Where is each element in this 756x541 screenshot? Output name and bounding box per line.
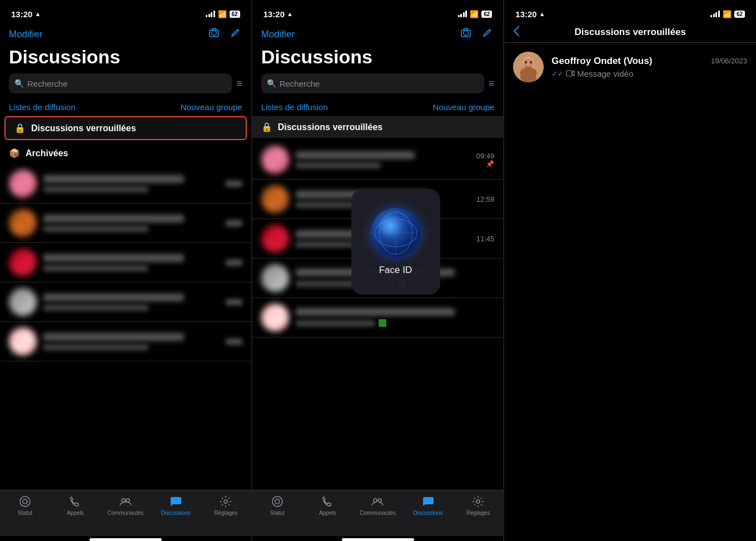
compose-button-1[interactable] [230,27,242,42]
chat-detail-3-1: Geoffroy Ondet (Vous) 19/06/2023 ✓✓ Mess… [551,56,747,78]
tab-label-discussions-1: Discussions [161,510,190,516]
panel-title-1: Discussions [0,46,251,73]
chat-item-2-5[interactable] [252,298,504,337]
panel-3: 13:20 ▲ 📶 62 Discussions verrouillées [504,0,756,541]
chat-time-1-4 [226,299,242,305]
location-arrow-2: ▲ [287,11,293,17]
archived-row-1[interactable]: 📦 Archivées [0,142,251,164]
tab-communautes-1[interactable]: Communautés [101,495,151,516]
chat-list-1 [0,164,251,490]
signal-bar-3 [211,12,212,17]
chat-item-1-2[interactable] [0,204,251,243]
links-row-1: Listes de diffusion Nouveau groupe [0,99,251,116]
new-group-button-1[interactable]: Nouveau groupe [181,102,242,112]
avatar-2-5 [261,304,289,331]
signal-bar-3-4 [718,11,720,17]
chat-item-1-1[interactable] [0,164,251,204]
face-id-sphere-svg [371,208,421,258]
chat-msg-2-5 [296,320,375,326]
time-label-2-3: 11:45 [472,235,494,243]
panel-header-2: Modifier [252,24,504,46]
locked-discussions-row-1[interactable]: 🔒 Discussions verrouillées [4,116,247,140]
right-panel-title: Discussions verrouillées [575,27,686,38]
chat-name-1-5 [43,333,184,341]
chat-msg-row-2-5 [296,319,495,327]
chat-time-1-1 [226,181,242,187]
avatar-2-2 [261,185,289,213]
tab-appels-1[interactable]: Appels [50,495,100,516]
chat-msg-1-5 [43,344,148,350]
signal-bar-4 [213,11,215,17]
tab-reglages-2[interactable]: Réglages [453,495,503,516]
double-check-icon: ✓✓ [551,70,564,78]
avatar-1-1 [9,170,37,197]
signal-bars-3 [710,11,720,17]
chat-name-1-2 [43,215,184,222]
new-group-button-2[interactable]: Nouveau groupe [432,102,494,112]
chat-time-1-3 [226,260,242,266]
tab-communautes-2[interactable]: Communautés [352,495,402,516]
chat-info-1-5 [43,333,219,350]
signal-bar-2-3 [463,12,465,17]
camera-button-1[interactable] [208,27,220,42]
panel-header-3: Discussions verrouillées [504,24,756,42]
location-arrow-3: ▲ [539,11,545,17]
links-row-2: Listes de diffusion Nouveau groupe [252,99,504,116]
edit-button-2[interactable]: Modifier [261,29,295,40]
search-bar-1[interactable]: 🔍 Recherche [9,73,232,93]
time-col-2-1: 09:49 📌 [472,152,494,168]
svg-point-2 [20,497,30,507]
locked-discussions-row-2[interactable]: 🔒 Discussions verrouillées [252,116,504,138]
header-icons-2 [460,27,494,42]
chat-item-1-4[interactable] [0,282,251,322]
svg-point-14 [275,499,280,504]
avatar-face-svg [513,52,544,82]
chat-name-1-4 [43,294,184,301]
broadcast-button-2[interactable]: Listes de diffusion [261,102,328,112]
search-bar-2[interactable]: 🔍 Recherche [261,73,484,93]
svg-point-21 [525,61,527,63]
svg-point-0 [211,31,216,36]
tab-appels-2[interactable]: Appels [302,495,352,516]
tab-statut-2[interactable]: Statut [252,495,302,516]
signal-bar-3-1 [710,15,712,17]
chat-item-3-1[interactable]: Geoffroy Ondet (Vous) 19/06/2023 ✓✓ Mess… [504,45,756,89]
broadcast-button-1[interactable]: Listes de diffusion [9,102,76,112]
tab-label-appels-1: Appels [67,510,84,516]
battery-badge-3: 62 [734,11,745,18]
svg-point-3 [23,499,27,504]
tab-discussions-1[interactable]: Discussions [151,495,201,516]
header-icons-1 [208,27,242,42]
divider-3 [504,42,756,43]
svg-rect-25 [566,71,572,76]
status-time-3: 13:20 [515,9,536,19]
chat-item-2-1[interactable]: 09:49 📌 [252,140,504,180]
filter-icon-1[interactable]: ≡ [236,78,242,90]
chat-name-3-1: Geoffroy Ondet (Vous) [551,56,652,67]
tab-statut-1[interactable]: Statut [0,495,50,516]
chat-name-row-3-1: Geoffroy Ondet (Vous) 19/06/2023 [551,56,747,67]
signal-bar-3-3 [715,12,717,17]
wifi-icon-2: 📶 [470,10,479,18]
avatar-2-1 [261,146,289,173]
signal-bars-2 [458,11,467,17]
back-button-3[interactable] [513,26,520,39]
tab-discussions-2[interactable]: Discussions [403,495,453,516]
avatar-1-4 [9,288,37,316]
chat-item-1-3[interactable] [0,243,251,282]
filter-icon-2[interactable]: ≡ [489,78,495,90]
chat-info-2-1 [296,151,466,168]
camera-button-2[interactable] [460,27,472,42]
edit-button-1[interactable]: Modifier [9,29,42,40]
svg-point-7 [464,31,469,36]
chat-preview-3-1: ✓✓ Message vidéo [551,69,747,78]
chat-item-1-5[interactable] [0,322,251,361]
compose-button-2[interactable] [482,27,494,42]
chat-info-1-1 [43,175,219,192]
tab-reglages-1[interactable]: Réglages [201,495,251,516]
search-placeholder-1: Recherche [27,79,68,88]
status-icons-3: 📶 62 [710,10,745,18]
preview-text-3-1: Message vidéo [577,69,633,78]
lock-icon-2: 🔒 [261,122,272,132]
svg-point-13 [272,497,282,507]
